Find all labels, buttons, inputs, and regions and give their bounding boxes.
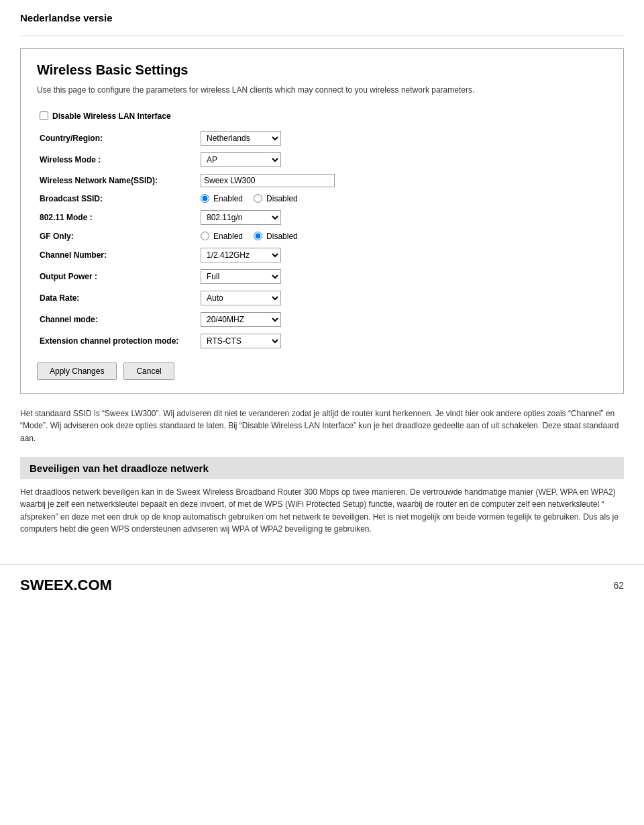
disable-row: Disable Wireless LAN Interface xyxy=(37,108,607,128)
settings-title: Wireless Basic Settings xyxy=(37,62,607,78)
settings-desc: Use this page to configure the parameter… xyxy=(37,85,607,96)
gf-radio-group: Enabled Disabled xyxy=(201,232,604,241)
broadcast-enabled-radio[interactable] xyxy=(201,194,209,203)
mode-11-row: 802.11 Mode : 802.11g/n 802.11b 802.11g … xyxy=(37,207,607,228)
disable-checkbox-label[interactable]: Disable Wireless LAN Interface xyxy=(40,111,604,121)
channel-number-row: Channel Number: 1/2.412GHz 2/2.417GHz 6/… xyxy=(37,244,607,266)
ssid-row: Wireless Network Name(SSID): xyxy=(37,171,607,191)
gf-enabled-radio[interactable] xyxy=(201,232,209,240)
section-title: Beveiligen van het draadloze netwerk xyxy=(30,463,614,474)
wireless-mode-row: Wireless Mode : AP Client WDS xyxy=(37,149,607,171)
channel-mode-select[interactable]: 20/40MHZ 20MHZ xyxy=(201,312,281,327)
broadcast-enabled-label: Enabled xyxy=(213,194,243,203)
mode-11-label: 802.11 Mode : xyxy=(37,207,198,228)
broadcast-label: Broadcast SSID: xyxy=(37,191,198,207)
data-rate-label: Data Rate: xyxy=(37,287,198,309)
main-content: Wireless Basic Settings Use this page to… xyxy=(0,36,644,557)
mode-11-select[interactable]: 802.11g/n 802.11b 802.11g 802.11n xyxy=(201,210,281,225)
footer-brand: SWEEX.COM xyxy=(20,577,112,594)
disable-wireless-checkbox[interactable] xyxy=(40,111,48,120)
gf-only-row: GF Only: Enabled Disabled xyxy=(37,228,607,244)
country-select[interactable]: Netherlands United States United Kingdom xyxy=(201,131,281,146)
body-paragraph-1: Het standaard SSID is “Sweex LW300”. Wij… xyxy=(20,407,624,445)
broadcast-radio-group: Enabled Disabled xyxy=(201,194,604,203)
output-power-row: Output Power : Full Half Quarter xyxy=(37,266,607,287)
settings-box: Wireless Basic Settings Use this page to… xyxy=(20,48,624,394)
ssid-label: Wireless Network Name(SSID): xyxy=(37,171,198,191)
gf-only-label: GF Only: xyxy=(37,228,198,244)
ext-channel-select[interactable]: RTS-CTS CTS-Only None xyxy=(201,334,281,348)
country-row: Country/Region: Netherlands United State… xyxy=(37,128,607,149)
page-title: Nederlandse versie xyxy=(20,12,624,23)
country-label: Country/Region: xyxy=(37,128,198,149)
ext-channel-row: Extension channel protection mode: RTS-C… xyxy=(37,330,607,352)
gf-disabled-radio[interactable] xyxy=(254,232,262,240)
ssid-input[interactable] xyxy=(201,174,335,187)
footer: SWEEX.COM 62 xyxy=(0,564,644,606)
cancel-button[interactable]: Cancel xyxy=(123,362,174,380)
apply-button[interactable]: Apply Changes xyxy=(37,362,117,380)
gf-enabled-item: Enabled xyxy=(201,232,243,241)
gf-disabled-item: Disabled xyxy=(254,232,298,241)
ext-channel-label: Extension channel protection mode: xyxy=(37,330,198,352)
data-rate-row: Data Rate: Auto 1Mbps 2Mbps 54Mbps xyxy=(37,287,607,309)
broadcast-enabled-item: Enabled xyxy=(201,194,243,203)
broadcast-disabled-radio[interactable] xyxy=(254,194,262,203)
section-paragraph-1: Het draadloos netwerk beveiligen kan in … xyxy=(20,486,624,536)
output-power-label: Output Power : xyxy=(37,266,198,287)
page-header: Nederlandse versie xyxy=(0,0,644,30)
channel-number-label: Channel Number: xyxy=(37,244,198,266)
channel-mode-label: Channel mode: xyxy=(37,309,198,330)
gf-disabled-label: Disabled xyxy=(266,232,298,241)
gf-enabled-label: Enabled xyxy=(213,232,243,241)
wireless-mode-select[interactable]: AP Client WDS xyxy=(201,152,281,167)
broadcast-disabled-item: Disabled xyxy=(254,194,298,203)
buttons-row: Apply Changes Cancel xyxy=(37,362,607,380)
output-power-select[interactable]: Full Half Quarter xyxy=(201,269,281,284)
wireless-mode-label: Wireless Mode : xyxy=(37,149,198,171)
broadcast-disabled-label: Disabled xyxy=(266,194,298,203)
broadcast-row: Broadcast SSID: Enabled Disabled xyxy=(37,191,607,207)
data-rate-select[interactable]: Auto 1Mbps 2Mbps 54Mbps xyxy=(201,291,281,305)
footer-page: 62 xyxy=(613,580,624,591)
section-header: Beveiligen van het draadloze netwerk xyxy=(20,457,624,479)
settings-table: Disable Wireless LAN Interface Country/R… xyxy=(37,108,607,352)
channel-mode-row: Channel mode: 20/40MHZ 20MHZ xyxy=(37,309,607,330)
channel-number-select[interactable]: 1/2.412GHz 2/2.417GHz 6/2.437GHz 11/2.46… xyxy=(201,248,281,262)
